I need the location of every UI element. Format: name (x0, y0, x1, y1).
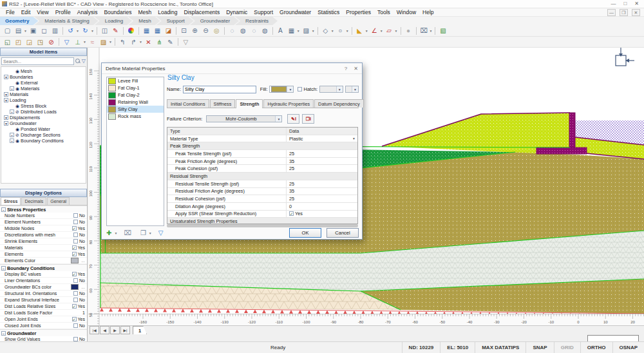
visible-eye-icon[interactable]: ◉ (15, 104, 19, 108)
vertex-edit-icon-dropdown-arrow[interactable]: ▼ (395, 29, 398, 33)
vertex-edit-icon[interactable]: ▱ (384, 26, 394, 35)
delete-tool-icon[interactable]: ⌧ (419, 26, 429, 35)
display-options-header[interactable]: Display Options (0, 189, 87, 197)
visible-eye-icon[interactable]: ◉ (15, 138, 19, 143)
table-row-residual-friction-angle-degrees-[interactable]: Residual Friction Angle (degrees)35 (167, 188, 357, 196)
table-row-value-cell[interactable]: 25 (287, 166, 357, 171)
menu-view[interactable]: View (33, 9, 52, 15)
expand-icon[interactable]: + (10, 110, 14, 114)
tree-item-materials[interactable]: +◉Materials (1, 86, 86, 91)
collapse-icon[interactable]: ▼ (4, 92, 8, 97)
screen-capture-icon-dropdown-arrow[interactable]: ▼ (312, 29, 315, 33)
workflow-tab-restraints[interactable]: Restraints (235, 17, 278, 25)
hatch-color-dropdown[interactable]: ▼ (345, 86, 359, 93)
table-row-value-cell[interactable]: 25 (287, 181, 357, 187)
display-tab-general[interactable]: General (47, 197, 70, 205)
distributed-load-icon-dropdown-arrow[interactable]: ▼ (83, 40, 86, 44)
tree-item-mesh[interactable]: ◉Mesh (1, 68, 86, 74)
checkbox-checked[interactable]: ✓ (289, 211, 294, 216)
tree-item-groundwater[interactable]: ▼Groundwater (1, 120, 86, 126)
visible-eye-icon[interactable]: ◉ (15, 81, 19, 85)
model-items-header[interactable]: Model Items (0, 48, 87, 56)
region-retaining-wall-footing[interactable] (536, 148, 587, 154)
display-option-elements-color[interactable]: Elements Color... (0, 258, 87, 264)
status-nd-10229[interactable]: ND: 10229 (402, 342, 440, 353)
zoom-window-icon[interactable]: ◌ (227, 26, 237, 35)
tree-item-distributed-loads[interactable]: +⊘Distributed Loads (1, 109, 86, 115)
material-item-silty-clay[interactable]: Silty Clay (107, 106, 164, 113)
collapse-icon[interactable]: – (1, 207, 6, 212)
material-item-fat-clay-2[interactable]: Fat Clay-2 (107, 91, 164, 99)
visible-eye-icon[interactable]: ◉ (15, 86, 19, 91)
disabled-tool-icon[interactable]: ● (404, 26, 413, 35)
material-layers-icon[interactable]: ▧ (438, 26, 448, 35)
display-option-node-numbers[interactable]: Node NumbersNo (0, 213, 87, 219)
checkbox-unchecked[interactable] (73, 291, 78, 296)
collapse-icon[interactable]: – (1, 331, 6, 336)
color-swatch[interactable] (71, 258, 79, 263)
status-ortho[interactable]: ORTHO (580, 342, 612, 353)
dialog-title-bar[interactable]: Define Material Properties ? ✕ (102, 63, 362, 74)
undo-icon-dropdown-arrow[interactable]: ▼ (76, 29, 79, 33)
copy-material-icon-dropdown-arrow[interactable]: ▼ (149, 231, 152, 235)
table-row-value-cell[interactable]: 0 (287, 204, 357, 209)
menu-boundaries[interactable]: Boundaries (100, 9, 135, 15)
color-palette-icon[interactable] (126, 26, 136, 35)
open-file-icon-dropdown-arrow[interactable]: ▼ (24, 29, 27, 33)
checkbox-unchecked[interactable] (73, 220, 78, 224)
ponded-water-icon[interactable]: ≈ (88, 37, 97, 46)
menu-support[interactable]: Support (251, 9, 276, 15)
status-max-datatips[interactable]: MAX DATATIPS (475, 342, 526, 353)
tree-item-ponded-water[interactable]: ◉Ponded Water (1, 126, 86, 132)
redo-icon[interactable]: ↻ (80, 26, 90, 35)
text-annotation-icon[interactable]: A (276, 26, 285, 35)
angle-tool-icon[interactable]: ∠ (370, 26, 379, 35)
external-boundary-icon[interactable]: ◱ (3, 37, 12, 46)
add-material-icon-dropdown-arrow[interactable]: ▼ (114, 231, 117, 235)
dialog-help-icon[interactable]: ? (345, 66, 347, 72)
display-option-display-bc-values[interactable]: Display BC values✓Yes (0, 271, 87, 278)
polyline-tool-icon-dropdown-arrow[interactable]: ▼ (331, 29, 334, 33)
angle-tool-icon-dropdown-arrow[interactable]: ▼ (380, 29, 383, 33)
menu-mesh[interactable]: Mesh (135, 9, 155, 15)
delete-tool-icon-dropdown-arrow[interactable]: ▼ (430, 29, 433, 33)
collapse-icon[interactable]: – (1, 266, 6, 271)
dialog-tab-hydraulic-properties[interactable]: Hydraulic Properties (263, 99, 314, 108)
material-item-rock-mass[interactable]: Rock mass (107, 113, 164, 120)
results-folder-icon[interactable]: ◪ (164, 26, 173, 35)
polygon-tool-icon-dropdown-arrow[interactable]: ▼ (346, 29, 349, 33)
prev-view-button[interactable]: ◀ (100, 326, 109, 334)
menu-loading[interactable]: Loading (155, 9, 180, 15)
ok-button[interactable]: OK (289, 228, 321, 238)
table-row-value-cell[interactable]: 35 (287, 158, 357, 164)
table-row-peak-cohesion-psf-[interactable]: Peak Cohesion (psf)25 (167, 165, 357, 173)
copy-node-alt-icon-dropdown-arrow[interactable]: ▼ (139, 40, 142, 44)
fill-color-dropdown[interactable]: ▼ (269, 86, 294, 93)
zoom-previous-icon[interactable]: ◌ (249, 26, 259, 35)
tree-item-boundaries[interactable]: ▼Boundaries (1, 74, 86, 80)
status-snap[interactable]: SNAP (526, 342, 553, 353)
material-item-retaining-wall[interactable]: Retaining Wall (107, 99, 164, 106)
table-row-value-cell[interactable]: ✓Yes (287, 211, 357, 216)
interpret-icon[interactable]: ▦ (153, 26, 162, 35)
status-grid[interactable]: GRID (554, 342, 580, 353)
table-row-residual-cohesion-psf-[interactable]: Residual Cohesion (psf)25 (167, 195, 357, 203)
copy-properties-from-button[interactable]: ❐I (302, 114, 314, 124)
table-row-dilation-angle-degrees-[interactable]: Dilation Angle (degrees)0 (167, 203, 357, 211)
mdi-minimize-icon[interactable]: — (607, 9, 616, 16)
zoom-in-icon[interactable]: ⊕ (190, 26, 200, 35)
joint-boundary-icon[interactable]: ◳ (35, 37, 45, 46)
failure-criterion-dropdown[interactable]: Mohr-Coulomb ▼ (206, 115, 282, 122)
display-option-midside-nodes[interactable]: Midside Nodes✓Yes (0, 225, 87, 232)
display-tab-stress[interactable]: Stress (1, 197, 21, 205)
checkbox-unchecked[interactable] (73, 337, 78, 341)
print-icon[interactable]: ▥ (50, 26, 60, 35)
collapse-icon[interactable]: ▼ (4, 98, 8, 102)
last-view-button[interactable]: ▶| (120, 326, 130, 334)
tree-item-displacements[interactable]: ▼Displacements (1, 115, 86, 120)
measure-tool-icon[interactable]: ◣ (355, 26, 365, 35)
status-osnap[interactable]: OSNAP (612, 342, 644, 353)
more-button[interactable]: ... (81, 258, 85, 263)
menu-edit[interactable]: Edit (18, 9, 34, 15)
add-material-icon[interactable]: ✚ (106, 229, 111, 236)
